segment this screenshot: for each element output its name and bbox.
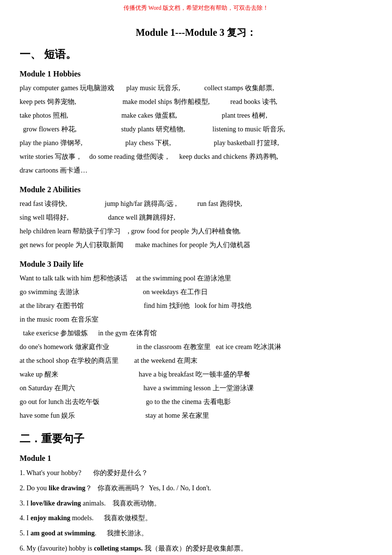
main-title: Module 1---Module 3 复习： bbox=[20, 26, 372, 39]
top-banner: 传播优秀 Word 版文档，希望对您有帮助，可双击去除！ bbox=[20, 0, 372, 14]
module3-title: Module 3 Daily life bbox=[20, 260, 372, 269]
section1-title: 一、 短语。 bbox=[20, 47, 372, 62]
module1-block: Module 1 Hobbies play computer games 玩电脑… bbox=[20, 70, 372, 177]
module1-title: Module 1 Hobbies bbox=[20, 70, 372, 78]
module3-block: Module 3 Daily life Want to talk talk wi… bbox=[20, 260, 372, 423]
module2-block: Module 2 Abilities read fast 读得快, jump h… bbox=[20, 185, 372, 252]
module2-content: read fast 读得快, jump high/far 跳得高/远 , run… bbox=[20, 197, 372, 252]
module2-title: Module 2 Abilities bbox=[20, 185, 372, 194]
module1-content: play computer games 玩电脑游戏 play music 玩音乐… bbox=[20, 81, 372, 177]
module1-sentences-block: Module 1 1. What's your hobby? 你的爱好是什么？ … bbox=[20, 454, 372, 555]
section2-title: 二．重要句子 bbox=[20, 431, 372, 446]
module3-content: Want to talk talk with him 想和他谈话 at the … bbox=[20, 272, 372, 423]
sentence-list: 1. What's your hobby? 你的爱好是什么？ 2. Do you… bbox=[20, 466, 372, 555]
module1-sentences-title: Module 1 bbox=[20, 454, 372, 463]
